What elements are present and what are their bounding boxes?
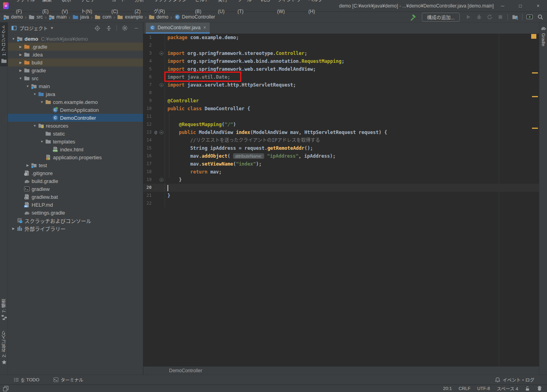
breadcrumb-item-com[interactable]: com xyxy=(94,14,111,20)
tree-collapse-arrow-icon[interactable]: ▼ xyxy=(32,124,38,128)
event-log-button[interactable]: イベント・ログ xyxy=(495,377,535,383)
tree-collapse-arrow-icon[interactable]: ▼ xyxy=(32,92,38,96)
code-line-10[interactable]: 10public class DemoController { xyxy=(143,105,539,113)
code-line-16[interactable]: 16 mav.addObject( attributeName: "ipAddr… xyxy=(143,152,539,160)
tree-item-settings.gradle[interactable]: settings.gradle xyxy=(8,209,143,217)
warning-stripe-mark[interactable] xyxy=(532,72,538,74)
tree-item-gradle[interactable]: ▶gradle xyxy=(8,66,143,74)
debug-button[interactable] xyxy=(476,13,483,21)
menu-h[interactable]: ヘルプ(H) xyxy=(305,0,328,17)
code-editor[interactable]: 1package com.example.demo;23import org.s… xyxy=(143,34,539,366)
code-line-13[interactable]: 13@ public ModelAndView index(ModelAndVi… xyxy=(143,128,539,136)
breadcrumb-item-src[interactable]: src xyxy=(28,14,43,20)
code-line-3[interactable]: 3import org.springframework.stereotype.C… xyxy=(143,49,539,57)
run-with-coverage-button[interactable] xyxy=(486,13,493,21)
hide-panel-button[interactable]: ─ xyxy=(133,24,140,32)
fold-region-icon[interactable] xyxy=(160,130,164,134)
tab-close-icon[interactable]: × xyxy=(203,25,206,30)
code-line-1[interactable]: 1package com.example.demo; xyxy=(143,34,539,41)
code-line-19[interactable]: 19 } xyxy=(143,176,539,184)
tree-item-src[interactable]: ▼src xyxy=(8,74,143,82)
tab-democontroller-java[interactable]: C DemoController.java × xyxy=(146,23,210,34)
tree-collapse-arrow-icon[interactable]: ▼ xyxy=(17,77,24,80)
tool-window-switcher-icon[interactable] xyxy=(3,386,9,392)
tree-item-index.html[interactable]: HTMLindex.html xyxy=(8,145,143,153)
fold-region-icon[interactable] xyxy=(160,178,164,182)
tool-window-button-7-[interactable]: 7: 構造 xyxy=(0,297,8,323)
tree-collapse-arrow-icon[interactable]: ▼ xyxy=(39,100,45,104)
breadcrumb-item-demo[interactable]: demo xyxy=(3,14,23,20)
tree-item-gradlew.bat[interactable]: gradlew.bat xyxy=(8,193,143,201)
tree-item-demoapplication[interactable]: CDemoApplication xyxy=(8,106,143,114)
tree-item-com.example.demo[interactable]: ▼com.example.demo xyxy=(8,98,143,106)
code-line-11[interactable]: 11 xyxy=(143,113,539,121)
warning-stripe-mark[interactable] xyxy=(532,128,538,129)
tree-expand-arrow-icon[interactable]: ▶ xyxy=(24,164,31,167)
stop-button[interactable] xyxy=(497,13,504,21)
breadcrumb-item-democontroller[interactable]: CDemoController xyxy=(174,14,215,20)
fold-region-icon[interactable] xyxy=(160,51,164,55)
search-everywhere-button[interactable] xyxy=(537,13,544,21)
code-line-21[interactable]: 21} xyxy=(143,192,539,200)
minimize-button[interactable]: ─ xyxy=(494,0,511,11)
tree-item-java[interactable]: ▼java xyxy=(8,90,143,98)
menu-u[interactable]: 実行(U) xyxy=(214,0,234,17)
breadcrumb-item-example[interactable]: example xyxy=(117,14,143,20)
tool-window-button-todo[interactable]: 6: TODO xyxy=(13,377,39,383)
menu-vcs[interactable]: VCS xyxy=(257,0,274,17)
run-anything-button[interactable] xyxy=(526,13,533,21)
tree-collapse-arrow-icon[interactable]: ▼ xyxy=(24,85,31,88)
tree-item-.gitignore[interactable]: .gitignore xyxy=(8,169,143,177)
tree-expand-arrow-icon[interactable]: ▶ xyxy=(17,69,24,72)
code-line-20[interactable]: 20 xyxy=(143,184,539,192)
code-line-7[interactable]: 7import javax.servlet.http.HttpServletRe… xyxy=(143,81,539,89)
fold-region-icon[interactable] xyxy=(160,83,164,87)
line-separator[interactable]: CRLF xyxy=(459,386,470,391)
tool-window-button-gradle[interactable]: Gradle xyxy=(539,23,547,49)
indent-setting[interactable]: スペース 4 xyxy=(497,385,518,392)
code-line-14[interactable]: 14 //リクエストを送ったクライアントのIPアドレスを取得する xyxy=(143,136,539,144)
inspections-hector-icon[interactable] xyxy=(537,386,542,392)
tree-expand-arrow-icon[interactable]: ▶ xyxy=(17,45,24,49)
code-line-9[interactable]: 9@Controller xyxy=(143,97,539,105)
tree-collapse-arrow-icon[interactable]: ▼ xyxy=(39,140,45,143)
tree-expand-arrow-icon[interactable]: ▶ xyxy=(17,61,24,64)
maximize-button[interactable]: □ xyxy=(511,0,529,11)
tree-item-build[interactable]: ▶build xyxy=(8,58,143,66)
tree-item-.gradle[interactable]: ▶.gradle xyxy=(8,43,143,51)
tree-item-.idea[interactable]: ▶.idea xyxy=(8,51,143,58)
close-button[interactable]: × xyxy=(529,0,547,11)
tool-window-button-1-[interactable]: 1: プロジェクト xyxy=(0,23,8,66)
tree-expand-arrow-icon[interactable]: ▶ xyxy=(10,227,17,230)
collapse-all-button[interactable] xyxy=(105,24,112,32)
tree-item-gradlew[interactable]: gradlew xyxy=(8,185,143,193)
breadcrumb-item-java[interactable]: java xyxy=(72,14,89,20)
project-structure-button[interactable] xyxy=(511,13,519,21)
tree-item-templates[interactable]: ▼templates xyxy=(8,138,143,145)
warning-stripe-mark[interactable] xyxy=(532,96,538,97)
tree-item-application.properties[interactable]: application.properties xyxy=(8,153,143,161)
build-project-button[interactable] xyxy=(410,13,417,21)
tree-item-test[interactable]: ▶test xyxy=(8,161,143,169)
breadcrumb-item-demo[interactable]: demo xyxy=(148,14,168,20)
tool-window-button-2-[interactable]: 2: お気に入り xyxy=(0,328,8,368)
code-line-2[interactable]: 2 xyxy=(143,41,539,49)
code-line-4[interactable]: 4import org.springframework.web.bind.ann… xyxy=(143,57,539,65)
tree-item-resources[interactable]: ▼resources xyxy=(8,122,143,130)
run-button[interactable] xyxy=(465,13,472,21)
code-line-15[interactable]: 15 String ipAddress = request.getRemoteA… xyxy=(143,144,539,152)
tree-item--[interactable]: スクラッチおよびコンソール xyxy=(8,217,143,224)
code-line-18[interactable]: 18 return mav; xyxy=(143,168,539,176)
file-encoding[interactable]: UTF-8 xyxy=(477,386,490,391)
tool-window-button-タミナル[interactable]: ターミナル xyxy=(53,377,84,383)
select-opened-file-button[interactable] xyxy=(94,24,101,32)
tree-item-democontroller[interactable]: CDemoController xyxy=(8,114,143,122)
code-line-22[interactable]: 22 xyxy=(143,200,539,207)
code-line-12[interactable]: 12 @RequestMapping("/") xyxy=(143,121,539,128)
menu-t[interactable]: ツール(T) xyxy=(234,0,257,17)
tree-item-help.md[interactable]: MDHELP.md xyxy=(8,201,143,209)
tree-collapse-arrow-icon[interactable]: ▼ xyxy=(10,37,17,41)
menu-w[interactable]: ウィンドウ(W) xyxy=(274,0,305,17)
code-line-8[interactable]: 8 xyxy=(143,89,539,97)
tree-item-main[interactable]: ▼main xyxy=(8,82,143,90)
